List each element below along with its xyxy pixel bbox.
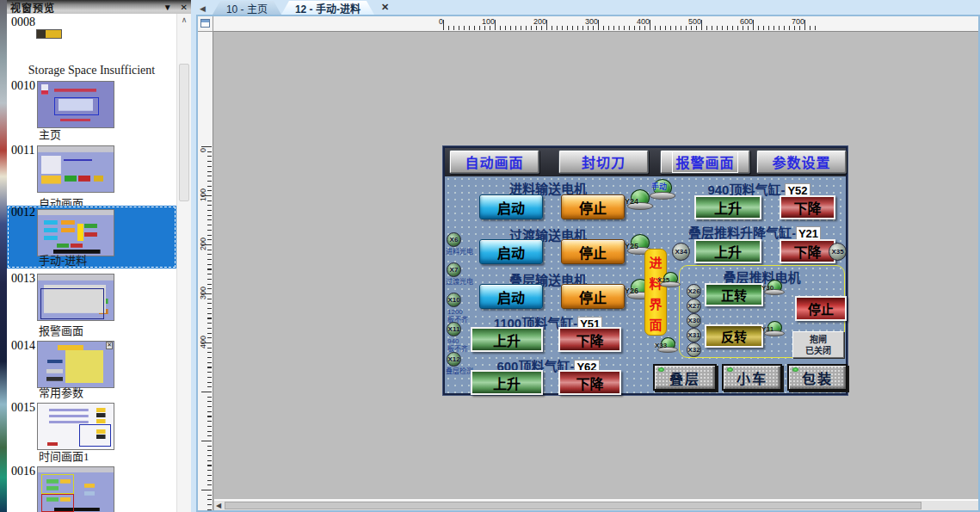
scroll-left-icon[interactable]: ◀ xyxy=(216,501,221,510)
lamp-X35[interactable]: X35 xyxy=(829,243,847,261)
cylinder-600-up-button[interactable]: 上升 xyxy=(471,370,543,395)
preview-item-0015[interactable]: 0015 时间画面1 xyxy=(7,401,176,465)
screen-number: 0013 xyxy=(11,272,35,286)
lamp-X25[interactable]: X25 xyxy=(660,272,681,287)
design-canvas[interactable]: 自动画面 封切刀 报警画面 参数设置 进料输送电机 启动 停止 Y24 手动 过… xyxy=(214,33,978,510)
screen-number: 0011 xyxy=(11,144,34,157)
screen-thumbnail[interactable] xyxy=(37,466,114,512)
canvas-hscrollbar[interactable]: ◀ xyxy=(214,499,978,510)
sensor-label: 1200 xyxy=(447,309,463,316)
lamp-X31[interactable]: X31 xyxy=(687,328,701,342)
screen-number: 0014 xyxy=(11,339,35,353)
nav-param-settings-button[interactable]: 参数设置 xyxy=(756,150,847,174)
screen-thumbnail[interactable] xyxy=(36,29,62,39)
ruler-label: 300 xyxy=(564,17,598,26)
ruler-label: 100 xyxy=(199,167,210,201)
preview-item-0012-selected[interactable]: 0012 手动-进料 xyxy=(7,206,176,268)
screen-caption: 主页 xyxy=(39,126,61,142)
screen-caption: 常用参数 xyxy=(39,384,83,400)
panel-close-icon[interactable]: ✕ xyxy=(181,3,188,12)
lamp-X33[interactable]: X33 xyxy=(657,337,678,353)
cylinder-1100-up-button[interactable]: 上升 xyxy=(471,327,543,352)
form-icon xyxy=(200,19,210,28)
preview-item-0011[interactable]: 0011 自动画面 xyxy=(7,144,176,212)
preview-item-0008[interactable]: 0008 Storage Space Insufficient xyxy=(7,15,176,78)
transition-stop-button[interactable]: 停止 xyxy=(561,239,625,264)
screen-number: 0015 xyxy=(11,401,35,415)
dropdown-arrow-icon[interactable]: ▼ xyxy=(163,3,172,12)
panel-scrollbar[interactable]: ∧ xyxy=(176,14,191,512)
screen-number: 0010 xyxy=(11,79,35,93)
ruler-label: 200 xyxy=(512,17,546,26)
lift-down-button[interactable]: 下降 xyxy=(780,239,835,263)
screen-thumbnail[interactable] xyxy=(37,209,114,256)
lamp-X12[interactable]: X12 xyxy=(447,352,461,367)
screen-thumbnail[interactable] xyxy=(37,274,114,321)
screen-thumbnail[interactable] xyxy=(37,81,114,128)
preview-item-0014[interactable]: 0014 常用参数 xyxy=(7,339,176,401)
screen-caption: Storage Space Insufficient xyxy=(7,64,176,77)
lamp-X26[interactable]: X26 xyxy=(687,284,701,299)
screen-thumbnail[interactable] xyxy=(37,145,114,193)
cylinder-1100-down-button[interactable]: 下降 xyxy=(558,327,621,352)
ruler-label: 500 xyxy=(667,17,701,26)
transition-start-button[interactable]: 启动 xyxy=(479,239,543,264)
lamp-X32[interactable]: X32 xyxy=(687,342,701,357)
stack-stop-button[interactable]: 停止 xyxy=(561,284,625,309)
preview-item-0016[interactable]: 0016 xyxy=(7,465,176,512)
lamp-X11[interactable]: X11 xyxy=(447,322,461,336)
horizontal-ruler: 0 100 200 300 400 500 600 700 xyxy=(213,16,978,32)
page-cart-button[interactable]: 小车 xyxy=(722,364,782,391)
nav-sealing-knife-button[interactable]: 封切刀 xyxy=(558,150,649,174)
lamp-X10[interactable]: X10 xyxy=(447,293,461,307)
sensor-label: 过渡光电 xyxy=(446,279,473,286)
lift-cylinder-title: 叠层推料升降气缸-Y21 xyxy=(660,223,849,241)
desktop-edge xyxy=(0,0,7,512)
nav-alarm-screen-button[interactable]: 报警画面 xyxy=(660,150,750,174)
panel-header: 视窗预览 ▼ ✕ xyxy=(7,0,191,14)
ruler-label: 100 xyxy=(460,17,495,26)
cylinder-600-down-button[interactable]: 下降 xyxy=(558,370,621,395)
page-stack-button[interactable]: 叠层 xyxy=(653,364,717,391)
stack-start-button[interactable]: 启动 xyxy=(479,284,543,309)
ruler-label: 200 xyxy=(199,216,210,250)
brake-status-box: 抱闸已关闭 xyxy=(792,331,844,358)
screen-thumbnail[interactable] xyxy=(37,341,114,388)
lamp-X34[interactable]: X34 xyxy=(672,243,690,261)
lamp-X7[interactable]: X7 xyxy=(447,262,461,277)
tab-close-icon[interactable]: ✕ xyxy=(381,2,389,13)
scroll-up-icon[interactable]: ∧ xyxy=(177,14,191,28)
pusher-stop-button[interactable]: 停止 xyxy=(795,296,847,321)
lamp-Y30[interactable]: Y30 xyxy=(764,280,785,295)
lamp-Y31[interactable]: Y31 xyxy=(764,321,785,336)
preview-item-0010[interactable]: 0010 主页 xyxy=(7,79,176,143)
vertical-ruler: 0 100 200 300 400 xyxy=(198,32,213,510)
scrollbar-thumb[interactable] xyxy=(225,502,921,509)
ruler-label: 600 xyxy=(718,17,753,26)
lamp-X6[interactable]: X6 xyxy=(447,232,461,247)
feed-start-button[interactable]: 启动 xyxy=(479,194,543,219)
sensor-label: 940 xyxy=(447,338,459,345)
tab-scroll-left-icon[interactable]: ◀ xyxy=(200,4,206,13)
lamp-X30[interactable]: X30 xyxy=(687,313,701,328)
ruler-label: 300 xyxy=(199,265,210,299)
feed-stop-button[interactable]: 停止 xyxy=(561,194,625,219)
workspace: 0 100 200 300 400 500 600 700 0 100 200 … xyxy=(196,15,980,512)
lift-up-button[interactable]: 上升 xyxy=(694,239,761,263)
page-packing-button[interactable]: 包装 xyxy=(787,364,847,391)
pusher-forward-button[interactable]: 正转 xyxy=(705,283,763,306)
nav-auto-screen-button[interactable]: 自动画面 xyxy=(449,150,539,174)
screen-thumbnail[interactable] xyxy=(37,403,114,450)
window-preview-panel: 视窗预览 ▼ ✕ 0008 Storage Space Insufficient… xyxy=(7,0,191,512)
tab-home[interactable]: 10 - 主页 xyxy=(213,1,281,15)
button-label: 封切刀 xyxy=(582,151,626,172)
tab-manual-feed[interactable]: 12 - 手动-进料 xyxy=(281,1,374,15)
lamp-X27[interactable]: X27 xyxy=(687,299,701,313)
pusher-reverse-button[interactable]: 反转 xyxy=(705,324,763,348)
preview-item-0013[interactable]: 0013 报警画面 xyxy=(7,272,176,339)
scrollbar-thumb[interactable] xyxy=(179,64,189,201)
hmi-screen[interactable]: 自动画面 封切刀 报警画面 参数设置 进料输送电机 启动 停止 Y24 手动 过… xyxy=(443,146,847,395)
cylinder-940-up-button[interactable]: 上升 xyxy=(694,195,761,219)
cylinder-940-down-button[interactable]: 下降 xyxy=(780,195,835,219)
panel-title: 视窗预览 xyxy=(10,0,155,15)
